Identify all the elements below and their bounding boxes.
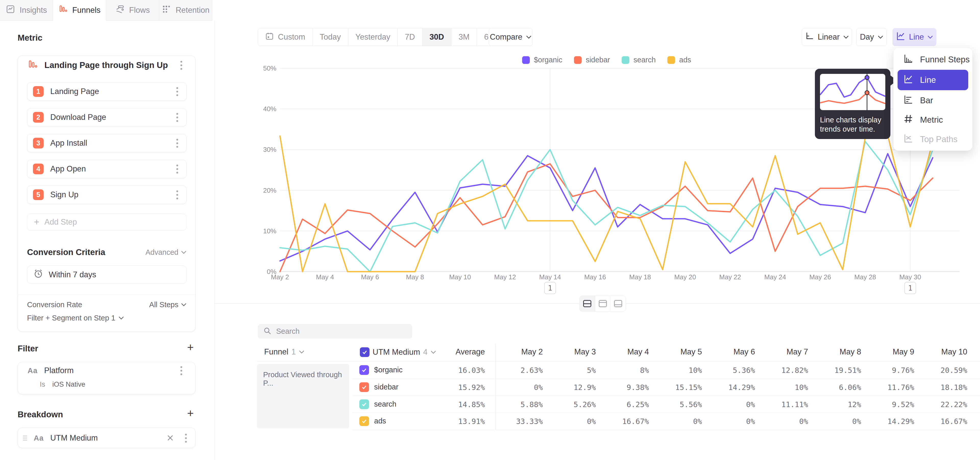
menu-item-funnel-steps[interactable]: Funnel Steps	[894, 50, 972, 69]
table-row-sidebar[interactable]: sidebar15.92%0%12.9%9.38%15.15%14.29%10%…	[352, 379, 980, 396]
breakdown-selector[interactable]: UTM Medium 4	[360, 347, 436, 357]
kebab-menu-icon[interactable]	[172, 189, 182, 200]
menu-item-metric[interactable]: Metric	[894, 110, 972, 129]
bottom-panel-icon	[614, 300, 622, 307]
add-filter-button[interactable]: +	[185, 342, 196, 352]
chart-type-button[interactable]: Line	[892, 28, 936, 46]
cell-value: 6.25%	[598, 400, 652, 409]
search-input[interactable]	[276, 327, 399, 335]
funnel-step-5[interactable]: 5Sign Up	[27, 185, 186, 204]
kebab-menu-icon[interactable]	[172, 86, 182, 97]
series-line-ads[interactable]	[280, 136, 933, 272]
funnel-step-1[interactable]: 1Landing Page	[27, 82, 186, 101]
drag-handle-icon[interactable]	[23, 436, 27, 440]
compare-button[interactable]: Compare	[489, 28, 533, 46]
funnel-step-2[interactable]: 2Download Page	[27, 108, 186, 126]
filter-segment-dropdown[interactable]: Filter + Segment on Step 1	[27, 312, 186, 324]
legend-item-sidebar[interactable]: sidebar	[574, 56, 610, 64]
kebab-menu-icon[interactable]	[172, 112, 182, 123]
checkbox-checked-icon[interactable]	[360, 399, 369, 409]
kebab-menu-icon[interactable]	[172, 137, 182, 149]
date-column-header[interactable]: May 4	[598, 347, 652, 356]
filter-property-row[interactable]: Aa Platform	[27, 364, 186, 377]
cell-value: 11.76%	[864, 383, 917, 392]
tab-flows[interactable]: Flows	[106, 0, 159, 21]
table-row-organic[interactable]: $organic16.03%2.63%5%8%10%5.36%12.82%19.…	[352, 362, 980, 379]
date-column-header[interactable]: May 8	[811, 347, 864, 356]
series-line-sidebar[interactable]	[280, 164, 933, 272]
split-view-button[interactable]	[579, 296, 595, 311]
cell-value: 9.76%	[864, 366, 917, 375]
breakdown-property-row[interactable]: Aa UTM Medium	[23, 432, 190, 444]
line-chart-icon	[896, 31, 905, 43]
kebab-menu-icon[interactable]	[172, 163, 182, 174]
average-column-header: Average	[455, 347, 485, 356]
legend-label: sidebar	[586, 56, 610, 64]
legend-item-ads[interactable]: ads	[667, 56, 691, 64]
table-row-ads[interactable]: ads13.91%33.33%0%16.67%0%0%0%0%14.29%16.…	[352, 413, 980, 430]
range-3m[interactable]: 3M	[452, 28, 477, 46]
menu-item-bar[interactable]: Bar	[894, 91, 972, 110]
kebab-menu-icon[interactable]	[181, 433, 190, 444]
range-today[interactable]: Today	[313, 28, 348, 46]
checkbox-checked-icon[interactable]	[360, 347, 369, 357]
annotation-badge[interactable]	[544, 282, 555, 294]
x-axis-label: May 8	[406, 273, 424, 281]
all-steps-dropdown[interactable]: All Steps	[149, 300, 186, 309]
date-column-header[interactable]: May 5	[652, 347, 705, 356]
advanced-label: Advanced	[145, 248, 178, 257]
menu-item-line[interactable]: Line	[897, 70, 968, 90]
table-row-group[interactable]: Product Viewed through P...	[257, 364, 349, 428]
table-row-search[interactable]: search14.85%5.88%5.26%6.25%5.56%0%11.11%…	[352, 396, 980, 413]
tab-funnels[interactable]: Funnels	[53, 0, 106, 21]
range-custom[interactable]: Custom	[258, 28, 313, 46]
cell-value: 14.29%	[864, 417, 917, 426]
checkbox-checked-icon[interactable]	[360, 382, 369, 392]
range-yesterday[interactable]: Yesterday	[348, 28, 398, 46]
annotation-badge[interactable]	[905, 282, 916, 294]
date-column-header[interactable]: May 9	[864, 347, 917, 356]
tab-retention[interactable]: Retention	[159, 0, 212, 21]
range-7d[interactable]: 7D	[398, 28, 422, 46]
add-breakdown-button[interactable]: +	[185, 408, 196, 418]
checkbox-checked-icon[interactable]	[360, 416, 369, 426]
average-value: 15.92%	[458, 383, 485, 392]
interval-button[interactable]: Day	[856, 28, 887, 46]
date-column-header[interactable]: May 7	[757, 347, 811, 356]
metric-header[interactable]: Landing Page through Sign Up	[27, 59, 186, 72]
kebab-menu-icon[interactable]	[177, 59, 186, 71]
date-column-header[interactable]: May 3	[546, 347, 598, 356]
series-line-organic[interactable]	[280, 153, 933, 261]
cell-value: 6.06%	[811, 383, 864, 392]
cell-value: 5.26%	[546, 400, 598, 409]
tab-insights[interactable]: Insights	[0, 0, 53, 21]
cell-value: 9.52%	[864, 400, 917, 409]
filter-condition-row[interactable]: Is iOS Native	[40, 380, 85, 388]
cell-value: 0%	[811, 417, 864, 426]
advanced-dropdown[interactable]: Advanced	[145, 248, 186, 257]
step-number-badge: 1	[33, 86, 44, 97]
row-values: 0%12.9%9.38%15.15%14.29%10%6.06%11.76%18…	[492, 383, 970, 392]
date-column-header[interactable]: May 2	[492, 347, 546, 356]
legend-swatch	[574, 56, 582, 64]
date-column-header[interactable]: May 10	[917, 347, 970, 356]
funnel-selector[interactable]: Funnel 1	[264, 347, 304, 356]
legend-item-search[interactable]: search	[622, 56, 655, 64]
menu-item-top-paths: Top Paths	[894, 129, 972, 149]
funnel-step-3[interactable]: 3App Install	[27, 134, 186, 152]
conversion-window-button[interactable]: Within 7 days	[27, 265, 186, 284]
add-step-button[interactable]: + Add Step	[27, 214, 186, 230]
series-line-search[interactable]	[280, 142, 933, 272]
chart-only-view-button[interactable]	[595, 296, 611, 311]
table-only-view-button[interactable]	[611, 296, 626, 311]
cell-value: 10%	[652, 366, 705, 375]
scale-button[interactable]: Linear	[802, 28, 852, 46]
remove-breakdown-icon[interactable]	[166, 434, 175, 442]
checkbox-checked-icon[interactable]	[360, 365, 369, 375]
funnel-step-4[interactable]: 4App Open	[27, 160, 186, 178]
kebab-menu-icon[interactable]	[177, 365, 186, 376]
legend-item-organic[interactable]: $organic	[522, 56, 562, 64]
date-column-header[interactable]: May 6	[705, 347, 758, 356]
range-30d[interactable]: 30D	[422, 28, 452, 46]
range-label: Custom	[278, 32, 305, 42]
